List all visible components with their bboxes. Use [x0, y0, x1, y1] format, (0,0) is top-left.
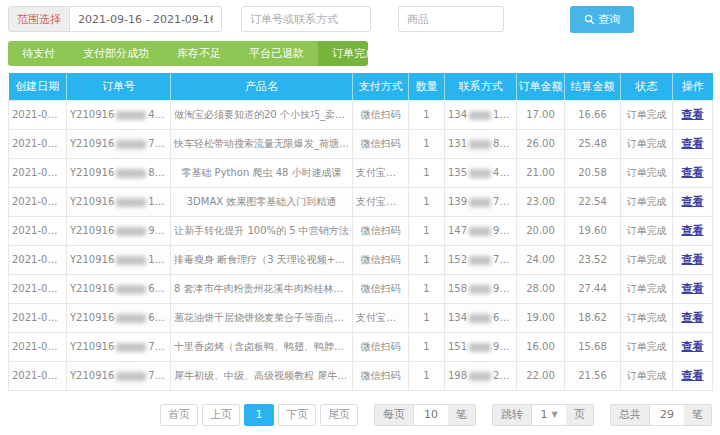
- contact-prefix: 158: [448, 283, 467, 294]
- cell-order-number: Y2109164408: [67, 100, 171, 129]
- cell-action: 查看: [673, 216, 713, 245]
- view-link[interactable]: 查看: [682, 311, 704, 324]
- cell-order-number: Y2109167677: [67, 129, 171, 158]
- cell-payment-method: 微信扫码: [353, 361, 409, 390]
- current-page-button[interactable]: 1: [244, 404, 274, 426]
- contact-prefix: 151: [448, 341, 467, 352]
- table-row-6: 2021-09-16 Y2109166805 8 套津市牛肉粉贵州花溪牛肉粉桂林…: [9, 274, 713, 303]
- contact-prefix: 147: [448, 225, 467, 236]
- cell-settle-amount: 23.52: [565, 245, 621, 274]
- tab-label: 订单完成: [332, 47, 368, 60]
- cell-payment-method: 支付宝扫码: [353, 303, 409, 332]
- filter-bar: 范围选择 查询: [8, 6, 712, 32]
- tab-4[interactable]: 订单完成: [318, 41, 368, 66]
- tab-2[interactable]: 库存不足: [163, 41, 235, 66]
- view-link[interactable]: 查看: [682, 137, 704, 150]
- cell-settle-amount: 16.66: [565, 100, 621, 129]
- per-page-unit: 笔: [448, 404, 476, 426]
- cell-contact: 1982515: [445, 361, 517, 390]
- cell-settle-amount: 15.68: [565, 332, 621, 361]
- cell-order-number: Y2109169929: [67, 216, 171, 245]
- cell-settle-amount: 18.62: [565, 303, 621, 332]
- last-page-button[interactable]: 尾页: [320, 404, 358, 426]
- order-number-prefix: Y210916: [70, 167, 114, 178]
- tab-label: 库存不足: [177, 47, 221, 60]
- view-link[interactable]: 查看: [682, 224, 704, 237]
- cell-order-amount: 23.00: [517, 187, 565, 216]
- cell-status: 订单完成: [621, 332, 673, 361]
- contact-suffix: 8083: [493, 138, 516, 149]
- tab-1[interactable]: 支付部分成功: [69, 41, 163, 66]
- redacted-phone-segment: [469, 256, 491, 265]
- date-range-input[interactable]: [70, 6, 222, 32]
- per-page-value[interactable]: 10: [414, 404, 448, 426]
- cell-create-date: 2021-09-16: [9, 158, 67, 187]
- cell-product-name: 十里香卤烤（含卤板鸭、鸭翅、鸭脖）小吃技术配方: [171, 332, 353, 361]
- tab-0[interactable]: 待支付: [8, 41, 69, 66]
- search-button[interactable]: 查询: [570, 6, 634, 33]
- cell-action: 查看: [673, 187, 713, 216]
- cell-contact: 1341302: [445, 100, 517, 129]
- redacted-phone-segment: [469, 285, 491, 294]
- order-number-prefix: Y210916: [70, 138, 114, 149]
- view-link[interactable]: 查看: [682, 195, 704, 208]
- cell-product-name: 快车轻松带动搜索流量无限爆发_荷塘月色论坛: [171, 129, 353, 158]
- range-select-label: 范围选择: [8, 6, 70, 32]
- orders-table: 创建日期订单号产品名支付方式数量联系方式订单金额结算金额状态操作 2021-09…: [8, 73, 713, 391]
- redacted-order-segment: [116, 285, 146, 294]
- cell-order-amount: 20.00: [517, 216, 565, 245]
- cell-create-date: 2021-09-16: [9, 187, 67, 216]
- column-header-9: 操作: [673, 73, 713, 100]
- redacted-order-segment: [116, 227, 146, 236]
- cell-product-name: 让新手转化提升 100%的 5 中营销方法: [171, 216, 353, 245]
- tab-label: 支付部分成功: [83, 47, 149, 60]
- cell-product-name: 零基础 Python 爬虫 48 小时速成课: [171, 158, 353, 187]
- view-link[interactable]: 查看: [682, 253, 704, 266]
- view-link[interactable]: 查看: [682, 282, 704, 295]
- jump-value: 1: [540, 408, 547, 421]
- view-link[interactable]: 查看: [682, 166, 704, 179]
- cell-quantity: 1: [409, 100, 445, 129]
- cell-settle-amount: 21.56: [565, 361, 621, 390]
- order-number-prefix: Y210916: [70, 370, 114, 381]
- product-search-input[interactable]: [398, 6, 504, 32]
- contact-prefix: 131: [448, 138, 467, 149]
- cell-product-name: 葱花油饼千层烧饼烧麦菜合子等面点技术: [171, 303, 353, 332]
- tab-label: 待支付: [22, 47, 55, 60]
- cell-product-name: 3DMAX 效果图零基础入门到精通: [171, 187, 353, 216]
- order-number-suffix: 4408: [148, 109, 170, 120]
- cell-create-date: 2021-09-16: [9, 216, 67, 245]
- column-header-8: 状态: [621, 73, 673, 100]
- order-number-suffix: 6677: [148, 312, 170, 323]
- cell-order-number: Y2109161921: [67, 245, 171, 274]
- next-page-button[interactable]: 下页: [278, 404, 316, 426]
- cell-order-amount: 22.00: [517, 361, 565, 390]
- cell-order-amount: 24.00: [517, 245, 565, 274]
- cell-quantity: 1: [409, 129, 445, 158]
- first-page-button[interactable]: 首页: [160, 404, 198, 426]
- order-number-prefix: Y210916: [70, 254, 114, 265]
- order-number-suffix: 1786: [148, 196, 170, 207]
- cell-action: 查看: [673, 158, 713, 187]
- prev-page-button[interactable]: 上页: [202, 404, 240, 426]
- view-link[interactable]: 查看: [682, 340, 704, 353]
- order-search-input[interactable]: [241, 6, 371, 32]
- order-number-suffix: 7258: [148, 341, 170, 352]
- total-value: 29: [650, 404, 684, 426]
- tab-3[interactable]: 平台已退款: [235, 41, 318, 66]
- cell-status: 订单完成: [621, 187, 673, 216]
- view-link[interactable]: 查看: [682, 369, 704, 382]
- cell-payment-method: 支付宝扫码: [353, 158, 409, 187]
- cell-contact: 1318083: [445, 129, 517, 158]
- column-header-1: 订单号: [67, 73, 171, 100]
- jump-page-select[interactable]: 1▼: [532, 404, 566, 426]
- cell-action: 查看: [673, 245, 713, 274]
- per-page-label: 每页: [374, 404, 414, 426]
- cell-action: 查看: [673, 303, 713, 332]
- order-number-prefix: Y210916: [70, 196, 114, 207]
- cell-order-number: Y2109166805: [67, 274, 171, 303]
- cell-order-amount: 16.00: [517, 332, 565, 361]
- view-link[interactable]: 查看: [682, 108, 704, 121]
- cell-status: 订单完成: [621, 216, 673, 245]
- cell-quantity: 1: [409, 361, 445, 390]
